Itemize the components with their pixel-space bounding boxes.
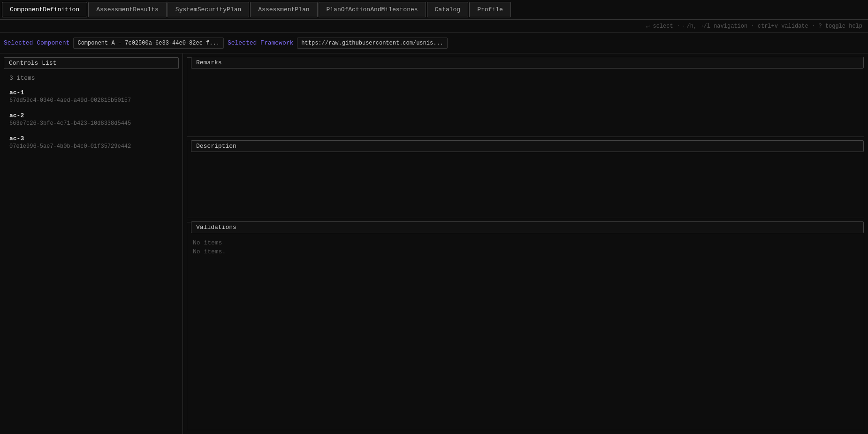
validations-section: Validations No items No items.	[187, 222, 864, 430]
no-items-2: No items.	[193, 248, 858, 255]
item-count: 3 items	[9, 75, 173, 82]
control-id: ac-1	[9, 89, 173, 96]
tab-profile[interactable]: Profile	[469, 2, 511, 17]
component-value[interactable]: Component A – 7c02500a-6e33-44e0-82ee-f.…	[73, 38, 223, 49]
controls-list-content: 3 items ac-1 67dd59c4-0340-4aed-a49d-002…	[0, 69, 183, 434]
description-header: Description	[191, 140, 864, 152]
tab-catalog[interactable]: Catalog	[427, 2, 469, 17]
description-content[interactable]	[187, 152, 864, 218]
hint-bar: ↵ select · ←/h, →/l navigation · ctrl+v …	[0, 20, 868, 33]
component-label: Selected Component	[4, 39, 69, 46]
selection-bar: Selected Component Component A – 7c02500…	[0, 33, 868, 53]
tab-plan-of-action[interactable]: PlanOfActionAndMilestones	[319, 2, 426, 17]
remarks-header: Remarks	[191, 57, 864, 69]
tab-bar: ComponentDefinition AssessmentResults Sy…	[0, 0, 868, 20]
main-content: Controls List 3 items ac-1 67dd59c4-0340…	[0, 53, 868, 434]
framework-label: Selected Framework	[228, 39, 293, 46]
no-items-1: No items	[193, 239, 858, 246]
control-id: ac-3	[9, 135, 173, 142]
tab-assessment-results[interactable]: AssessmentResults	[88, 2, 167, 17]
validations-header: Validations	[191, 221, 864, 233]
right-panel: Remarks Description Validations No items…	[183, 53, 868, 434]
keyboard-hints: ↵ select · ←/h, →/l navigation · ctrl+v …	[646, 23, 862, 30]
tab-assessment-plan[interactable]: AssessmentPlan	[250, 2, 317, 17]
tab-component-definition[interactable]: ComponentDefinition	[2, 2, 87, 17]
description-section: Description	[187, 141, 864, 218]
list-item[interactable]: ac-3 07e1e996-5ae7-4b0b-b4c0-01f35729e44…	[9, 135, 173, 150]
remarks-content[interactable]	[187, 69, 864, 137]
control-uuid: 67dd59c4-0340-4aed-a49d-002815b50157	[9, 97, 173, 104]
framework-value[interactable]: https://raw.githubusercontent.com/usnis.…	[297, 38, 447, 49]
controls-panel: Controls List 3 items ac-1 67dd59c4-0340…	[0, 53, 183, 434]
list-item[interactable]: ac-1 67dd59c4-0340-4aed-a49d-002815b5015…	[9, 89, 173, 104]
control-id: ac-2	[9, 112, 173, 119]
remarks-section: Remarks	[187, 57, 864, 137]
validations-content: No items No items.	[187, 234, 864, 430]
control-uuid: 07e1e996-5ae7-4b0b-b4c0-01f35729e442	[9, 143, 173, 150]
control-uuid: 663e7c26-3bfe-4c71-b423-10d8338d5445	[9, 120, 173, 127]
controls-list-header: Controls List	[4, 57, 179, 69]
list-item[interactable]: ac-2 663e7c26-3bfe-4c71-b423-10d8338d544…	[9, 112, 173, 127]
tab-system-security-plan[interactable]: SystemSecurityPlan	[168, 2, 249, 17]
